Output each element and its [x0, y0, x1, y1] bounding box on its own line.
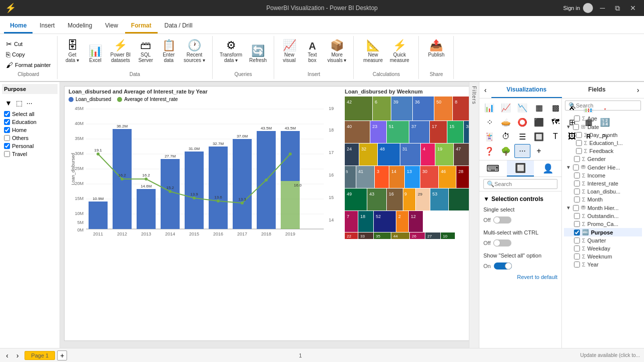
field-purpose[interactable]: 🔤 Purpose: [564, 228, 642, 236]
quick-measure-button[interactable]: ⚡ Quickmeasure: [387, 38, 412, 65]
viz-line-chart[interactable]: 📈: [498, 100, 514, 114]
new-visual-button[interactable]: 📈 Newvisual: [278, 38, 300, 65]
update-text[interactable]: Update available (click to...: [580, 352, 640, 358]
show-select-all-track[interactable]: [494, 262, 512, 270]
viz-card[interactable]: 🃏: [481, 130, 497, 144]
get-data-button[interactable]: 🗄 Getdata ▾: [62, 38, 84, 65]
viz-data-tab[interactable]: 🔲: [507, 160, 534, 176]
publish-button[interactable]: 📤 Publish: [425, 38, 448, 60]
viz-bar-chart[interactable]: 📊: [481, 100, 497, 114]
field-outstanding[interactable]: Σ Outstandin...: [564, 212, 642, 220]
viz-multi-row[interactable]: ☰: [514, 130, 530, 144]
powerbi-datasets-button[interactable]: ⚡ Power BIdatasets: [108, 38, 134, 65]
filter-education[interactable]: Education: [2, 118, 58, 126]
bar-chart-container[interactable]: Loan_disbursed and Average of Interest_r…: [69, 88, 341, 241]
tab-data-drill[interactable]: Data / Drill: [159, 19, 199, 34]
cut-button[interactable]: ✂ Cut: [4, 39, 25, 49]
multi-select-track[interactable]: [493, 240, 511, 246]
viz-pie[interactable]: 🥧: [498, 115, 514, 129]
expand-filter-button[interactable]: ⬚: [15, 98, 24, 108]
viz-custom[interactable]: +: [531, 144, 547, 158]
field-month[interactable]: Σ Month: [564, 196, 642, 204]
restore-button[interactable]: ⧉: [612, 3, 623, 14]
refresh-button[interactable]: 🔄 Refresh: [246, 44, 270, 65]
filter-personal[interactable]: Personal: [2, 142, 58, 150]
viz-grouped-bar[interactable]: ▩: [547, 100, 563, 114]
filter-travel[interactable]: Travel: [2, 150, 58, 158]
field-year[interactable]: Σ Year: [564, 260, 642, 268]
fields-search-box[interactable]: 🔍: [565, 100, 641, 110]
filter-select-all[interactable]: Select all: [2, 110, 58, 118]
canvas-area[interactable]: Loan_disbursed and Average of Interest_r…: [60, 82, 469, 348]
filter-home[interactable]: Home: [2, 126, 58, 134]
field-quarter[interactable]: Σ Quarter: [564, 236, 642, 244]
add-page-button[interactable]: +: [57, 350, 67, 360]
field-loan[interactable]: Σ Loan_disbu...: [564, 188, 642, 196]
multi-select-toggle[interactable]: Off: [483, 240, 557, 246]
revert-to-default-button[interactable]: Revert to default: [483, 274, 557, 280]
transform-data-button[interactable]: ⚙ Transformdata ▾: [217, 38, 245, 65]
tab-view[interactable]: View: [99, 19, 124, 34]
viz-qa[interactable]: ❓: [481, 144, 497, 158]
viz-analytics-tab[interactable]: 👤: [534, 160, 561, 176]
single-select-toggle[interactable]: Off: [483, 216, 557, 224]
canvas-inner[interactable]: Loan_disbursed and Average of Interest_r…: [64, 86, 469, 341]
field-income[interactable]: Σ Income: [564, 172, 642, 180]
viz-donut[interactable]: ⭕: [514, 115, 530, 129]
single-select-track[interactable]: [493, 216, 511, 224]
viz-scatter[interactable]: ⁘: [481, 115, 497, 129]
sign-in[interactable]: Sign in: [563, 3, 593, 13]
viz-search-input[interactable]: [494, 181, 554, 187]
viz-map[interactable]: 🗺: [547, 115, 563, 129]
tab-format[interactable]: Format: [125, 19, 158, 34]
viz-decomp[interactable]: 🌳: [498, 144, 514, 158]
field-age[interactable]: Σ Age: [564, 114, 642, 122]
field-gender[interactable]: Σ Gender: [564, 155, 642, 163]
filter-icon[interactable]: ▼: [4, 98, 13, 108]
viz-gauge[interactable]: ⏱: [498, 130, 514, 144]
viz-stacked-bar[interactable]: ▦: [531, 100, 547, 114]
viz-text[interactable]: T: [547, 130, 563, 144]
text-box-button[interactable]: A Textbox: [301, 39, 323, 65]
field-weeknum[interactable]: Σ Weeknum: [564, 252, 642, 260]
viz-search-box[interactable]: 🔍: [483, 179, 557, 189]
viz-area-chart[interactable]: 📉: [514, 100, 530, 114]
field-weekday[interactable]: Σ Weekday: [564, 244, 642, 252]
tab-home[interactable]: Home: [4, 19, 33, 34]
sql-server-button[interactable]: 🗃 SQLServer: [135, 38, 157, 65]
viz-treemap[interactable]: ⬛: [531, 115, 547, 129]
page-nav-right[interactable]: ›: [15, 350, 21, 360]
enter-data-button[interactable]: 📋 Enterdata: [158, 38, 180, 65]
field-feedback[interactable]: Σ Feedback: [564, 147, 642, 155]
field-month-hierarchy[interactable]: ▼ ⛃ Month Hier...: [564, 204, 642, 212]
new-measure-button[interactable]: 📐 Newmeasure: [360, 38, 386, 65]
selection-controls-header[interactable]: ▼ Selection controls: [483, 196, 557, 202]
tab-visualizations[interactable]: Visualizations: [491, 82, 562, 98]
tab-fields[interactable]: Fields: [562, 82, 632, 98]
recent-sources-button[interactable]: 🕐 Recentsources ▾: [181, 38, 208, 65]
filter-more-button[interactable]: ···: [26, 98, 34, 108]
more-visuals-button[interactable]: 📦 Morevisuals ▾: [324, 38, 349, 65]
field-promo[interactable]: Σ Promo_Ca...: [564, 220, 642, 228]
show-select-all-toggle[interactable]: On: [483, 262, 557, 270]
format-painter-button[interactable]: 🖌 Format painter: [4, 60, 53, 70]
panel-nav-left[interactable]: ‹: [479, 82, 491, 98]
page-nav-left[interactable]: ‹: [4, 350, 11, 360]
tab-insert[interactable]: Insert: [34, 19, 61, 34]
excel-button[interactable]: 📊 Excel: [85, 44, 107, 65]
minimize-button[interactable]: ─: [597, 3, 608, 13]
field-gender-hierarchy[interactable]: ▼ ⛃ Gender Hie...: [564, 163, 642, 172]
page-tab-1[interactable]: Page 1: [25, 351, 55, 360]
fields-search-input[interactable]: [576, 102, 637, 108]
filters-side-tab[interactable]: Filters: [469, 82, 479, 348]
viz-format-tab[interactable]: ⌨: [479, 160, 507, 176]
filter-others[interactable]: Others: [2, 134, 58, 142]
copy-button[interactable]: ⎘ Copy: [4, 50, 27, 60]
close-button[interactable]: ✕: [627, 3, 639, 13]
panel-nav-right[interactable]: ›: [632, 82, 644, 98]
viz-slicer[interactable]: 🔲: [531, 130, 547, 144]
field-education[interactable]: Σ Education_l...: [564, 139, 642, 147]
field-date[interactable]: ▼ ⊞ Date: [564, 122, 642, 131]
field-day-month[interactable]: Σ Day_month: [564, 131, 642, 139]
field-interest-rate[interactable]: Σ Interest_rate: [564, 180, 642, 188]
